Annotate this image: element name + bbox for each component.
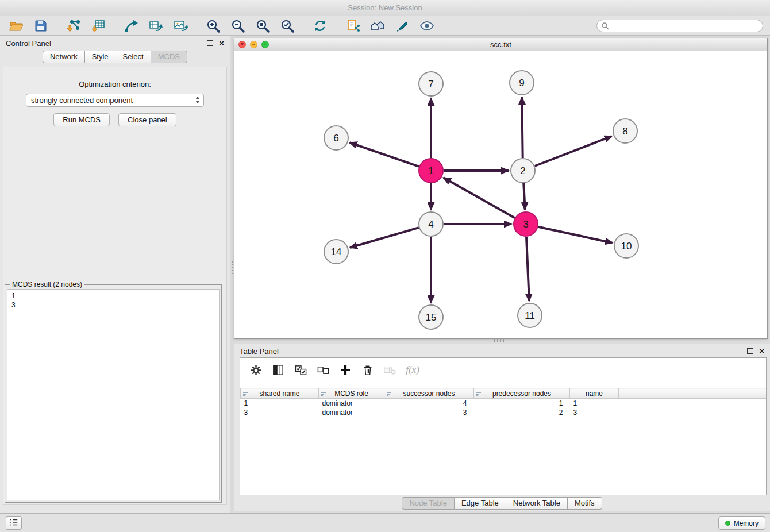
tab-network[interactable]: Network [43, 51, 85, 63]
annotation-brush-button[interactable] [390, 17, 414, 34]
tab-mcds[interactable]: MCDS [151, 51, 187, 63]
graph-node-10[interactable]: 10 [614, 234, 638, 258]
plus-icon [340, 364, 351, 376]
column-header-predecessor-nodes[interactable]: predecessor nodes [474, 388, 570, 399]
table-row[interactable]: 3dominator323 [241, 408, 767, 417]
unchecked-boxes-icon [317, 364, 329, 376]
graph-node-4[interactable]: 4 [419, 212, 443, 236]
close-panel-button[interactable]: Close panel [118, 113, 176, 126]
table-tab-node-table[interactable]: Node Table [402, 497, 455, 510]
delete-column-button[interactable] [361, 364, 374, 376]
graph-node-1[interactable]: 1 [419, 159, 443, 183]
import-table-button[interactable] [86, 17, 110, 34]
graph-edge-1-6[interactable] [350, 142, 419, 167]
save-session-button[interactable] [28, 17, 53, 34]
column-header-successor-nodes[interactable]: successor nodes [384, 388, 474, 399]
table-panel-tabs: Node TableEdge TableNetwork TableMotifs [234, 497, 770, 510]
graph-edge-2-3[interactable] [523, 183, 525, 210]
zoom-selected-button[interactable] [275, 17, 299, 34]
share-network-button[interactable] [118, 17, 143, 34]
function-builder-button[interactable]: f(x) [406, 364, 419, 376]
graph-node-3[interactable]: 3 [514, 212, 538, 236]
table-tab-edge-table[interactable]: Edge Table [455, 497, 506, 510]
select-all-button[interactable] [294, 364, 307, 376]
float-table-panel-icon[interactable] [747, 348, 753, 354]
graph-node-7[interactable]: 7 [419, 72, 443, 96]
zoom-out-button[interactable] [225, 17, 250, 34]
search-input[interactable] [596, 20, 763, 32]
memory-button[interactable]: Memory [718, 516, 765, 530]
vertical-splitter-handle[interactable] [232, 261, 233, 276]
table-panel: Table Panel × f(x) shared nameMCDS roles… [234, 344, 770, 511]
image-export-button[interactable] [168, 17, 192, 34]
graph-node-6[interactable]: 6 [324, 126, 348, 150]
tab-style[interactable]: Style [85, 51, 116, 63]
table-cell: 3 [384, 408, 474, 417]
tab-select[interactable]: Select [116, 51, 151, 63]
zoom-fit-button[interactable] [250, 17, 275, 34]
show-hide-button[interactable] [414, 17, 439, 34]
open-session-button[interactable] [3, 17, 28, 34]
column-header-MCDS-role[interactable]: MCDS role [319, 388, 384, 399]
table-settings-button[interactable] [249, 364, 262, 376]
graph-node-9[interactable]: 9 [510, 71, 534, 95]
deselect-all-button[interactable] [317, 364, 329, 376]
mcds-result-list[interactable]: 13 [7, 289, 220, 500]
zoom-in-button[interactable] [201, 17, 225, 34]
dropdown-stepper-icon [195, 97, 200, 103]
float-panel-icon[interactable] [207, 40, 213, 46]
graph-node-15[interactable]: 15 [419, 305, 443, 329]
graph-edge-2-8[interactable] [535, 136, 612, 166]
graph-edge-3-11[interactable] [526, 237, 529, 301]
graph-edge-3-1[interactable] [444, 178, 515, 218]
show-columns-button[interactable] [272, 364, 284, 376]
table-row[interactable]: 1dominator411 [241, 399, 767, 408]
table-cell-filler [619, 408, 767, 417]
svg-text:11: 11 [525, 310, 535, 321]
zoom-fit-icon [255, 18, 270, 33]
graph-edge-4-14[interactable] [350, 228, 419, 248]
table-cell: 1 [241, 399, 319, 408]
panel-menu-button[interactable] [6, 516, 22, 530]
table-panel-header: Table Panel × [234, 344, 770, 358]
window-close-icon[interactable]: × [238, 41, 246, 48]
column-edit-icon [242, 391, 248, 399]
graph-node-2[interactable]: 2 [511, 159, 535, 183]
trash-icon [362, 364, 374, 376]
close-panel-icon[interactable]: × [219, 39, 224, 47]
network-table-export-button[interactable] [143, 17, 168, 34]
window-zoom-icon[interactable]: + [261, 41, 269, 48]
graph-node-14[interactable]: 14 [324, 240, 348, 264]
node-table-body: 1dominator4113dominator323 [241, 399, 767, 417]
graph-node-8[interactable]: 8 [613, 119, 637, 143]
save-icon [33, 18, 48, 33]
delete-table-button[interactable] [384, 364, 396, 376]
refresh-view-button[interactable] [307, 17, 332, 34]
column-header-name[interactable]: name [570, 388, 619, 399]
window-titlebar: Session: New Session [0, 0, 770, 16]
network-canvas[interactable]: 7968124314101511 [234, 51, 767, 338]
column-chooser-icon [272, 364, 284, 376]
column-header-filler [619, 388, 767, 399]
criterion-dropdown[interactable]: strongly connected component [26, 94, 204, 107]
clipboard-network-button[interactable] [340, 17, 365, 34]
window-minimize-icon[interactable]: − [250, 41, 257, 48]
create-column-button[interactable] [339, 364, 352, 376]
column-header-shared-name[interactable]: shared name [241, 388, 319, 399]
network-window-titlebar[interactable]: × − + scc.txt [234, 38, 767, 51]
run-mcds-button[interactable]: Run MCDS [53, 113, 110, 126]
first-neighbors-button[interactable] [365, 17, 390, 34]
horizontal-splitter-handle[interactable] [494, 338, 505, 342]
graph-node-11[interactable]: 11 [518, 303, 542, 327]
svg-text:14: 14 [331, 246, 342, 257]
table-cell: 3 [241, 408, 319, 417]
import-network-button[interactable] [61, 17, 86, 34]
table-tab-motifs[interactable]: Motifs [568, 497, 602, 510]
network-graph[interactable]: 7968124314101511 [234, 51, 767, 338]
table-tab-network-table[interactable]: Network Table [506, 497, 568, 510]
network-share-icon [124, 18, 138, 33]
graph-edge-3-10[interactable] [538, 227, 613, 243]
graph-edge-2-9[interactable] [522, 97, 522, 158]
memory-label: Memory [734, 519, 759, 527]
close-table-panel-icon[interactable]: × [759, 347, 764, 355]
